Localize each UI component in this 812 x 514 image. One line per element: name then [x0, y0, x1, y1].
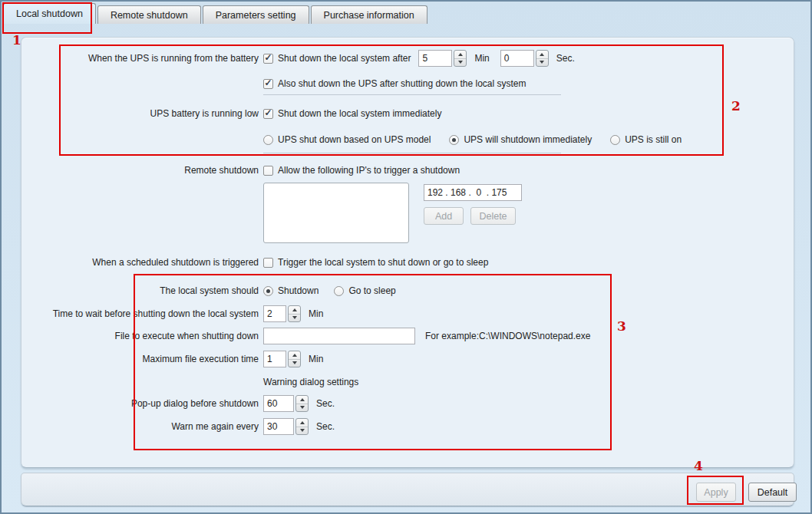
up-arrow-icon: [540, 53, 544, 56]
up-arrow-icon: [458, 53, 463, 56]
up-arrow-icon: [292, 308, 297, 311]
also-shutdown-ups-checkbox[interactable]: [263, 79, 273, 89]
divider: [263, 153, 561, 153]
divider: [263, 94, 561, 95]
apply-button[interactable]: Apply: [696, 483, 736, 502]
warn-again-input[interactable]: [263, 418, 294, 435]
popup-dialog-stepper[interactable]: [295, 395, 309, 412]
tab-bar: Local shutdown Remote shutdown Parameter…: [3, 3, 429, 24]
local-system-should-label: The local system should: [21, 285, 259, 296]
radio-ups-immediate[interactable]: [449, 135, 459, 145]
wait-time-stepper[interactable]: [288, 305, 301, 322]
sec-unit-label: Sec.: [556, 53, 575, 64]
allow-ip-checkbox[interactable]: [263, 166, 273, 176]
radio-shutdown[interactable]: [263, 286, 273, 296]
wait-time-label: Time to wait before shutting down the lo…: [21, 308, 259, 319]
file-exec-hint: For example:C:\WINDOWS\notepad.exe: [425, 331, 590, 341]
popup-dialog-unit: Sec.: [316, 398, 335, 409]
down-arrow-icon: [458, 61, 463, 64]
max-exec-label: Maximum file execution time: [21, 354, 259, 364]
up-arrow-icon: [292, 354, 297, 357]
radio-ups-immediate-label: UPS will shutdown immediately: [464, 134, 592, 145]
down-arrow-icon: [292, 316, 297, 319]
min-unit-label: Min: [474, 53, 489, 64]
trigger-local-label: Trigger the local system to shut down or…: [278, 257, 488, 268]
warn-again-stepper[interactable]: [295, 418, 309, 435]
warning-dialog-settings-header: Warning dialog settings: [263, 377, 358, 387]
shutdown-after-checkbox[interactable]: [263, 54, 273, 64]
warn-again-unit: Sec.: [316, 421, 335, 432]
ups-settings-window: Local shutdown Remote shutdown Parameter…: [0, 0, 812, 514]
ip-listbox[interactable]: [263, 183, 409, 243]
radio-shutdown-label: Shutdown: [278, 285, 319, 296]
battery-running-label: When the UPS is running from the battery: [21, 53, 259, 64]
max-exec-unit: Min: [309, 354, 323, 364]
down-arrow-icon: [300, 406, 305, 409]
tab-local-shutdown[interactable]: Local shutdown: [3, 3, 96, 24]
down-arrow-icon: [292, 361, 297, 364]
tab-remote-shutdown[interactable]: Remote shutdown: [97, 5, 201, 24]
shutdown-after-label: Shut down the local system after: [278, 53, 411, 64]
popup-dialog-label: Pop-up dialog before shutdown: [21, 398, 259, 409]
immediate-shutdown-checkbox[interactable]: [263, 109, 273, 119]
radio-ups-still-on[interactable]: [610, 135, 620, 145]
down-arrow-icon: [540, 61, 544, 64]
default-button[interactable]: Default: [748, 483, 797, 502]
allow-ip-label: Allow the following IP's to trigger a sh…: [278, 165, 460, 176]
down-arrow-icon: [300, 429, 305, 432]
immediate-shutdown-label: Shut down the local system immediately: [278, 108, 441, 119]
radio-ups-still-on-label: UPS is still on: [625, 134, 682, 145]
battery-sec-input[interactable]: [500, 50, 534, 67]
also-shutdown-ups-label: Also shut down the UPS after shutting do…: [278, 78, 526, 89]
battery-min-stepper[interactable]: [454, 50, 467, 67]
wait-time-unit: Min: [309, 308, 323, 319]
battery-sec-stepper[interactable]: [536, 50, 549, 67]
add-button[interactable]: Add: [424, 207, 464, 225]
max-exec-input[interactable]: [263, 351, 286, 367]
trigger-local-checkbox[interactable]: [263, 258, 273, 268]
wait-time-input[interactable]: [263, 305, 286, 322]
popup-dialog-input[interactable]: [263, 395, 294, 412]
radio-go-to-sleep-label: Go to sleep: [348, 285, 395, 296]
radio-go-to-sleep[interactable]: [334, 286, 344, 296]
ip-address-input[interactable]: [424, 184, 522, 201]
delete-button[interactable]: Delete: [470, 207, 516, 225]
radio-ups-model-label: UPS shut down based on UPS model: [278, 134, 431, 145]
up-arrow-icon: [300, 421, 305, 424]
tab-parameters-setting[interactable]: Parameters setting: [203, 5, 309, 24]
footer-bar: [21, 473, 794, 506]
scheduled-shutdown-label: When a scheduled shutdown is triggered: [21, 257, 259, 268]
tab-purchase-information[interactable]: Purchase information: [311, 5, 427, 24]
battery-low-label: UPS battery is running low: [21, 108, 259, 119]
up-arrow-icon: [300, 398, 305, 401]
battery-min-input[interactable]: [418, 50, 452, 67]
file-exec-input[interactable]: [263, 328, 415, 344]
remote-shutdown-label: Remote shutdown: [21, 165, 259, 176]
file-exec-label: File to execute when shutting down: [21, 331, 259, 341]
radio-ups-model[interactable]: [263, 135, 273, 145]
max-exec-stepper[interactable]: [288, 351, 301, 367]
warn-again-label: Warn me again every: [21, 421, 259, 432]
